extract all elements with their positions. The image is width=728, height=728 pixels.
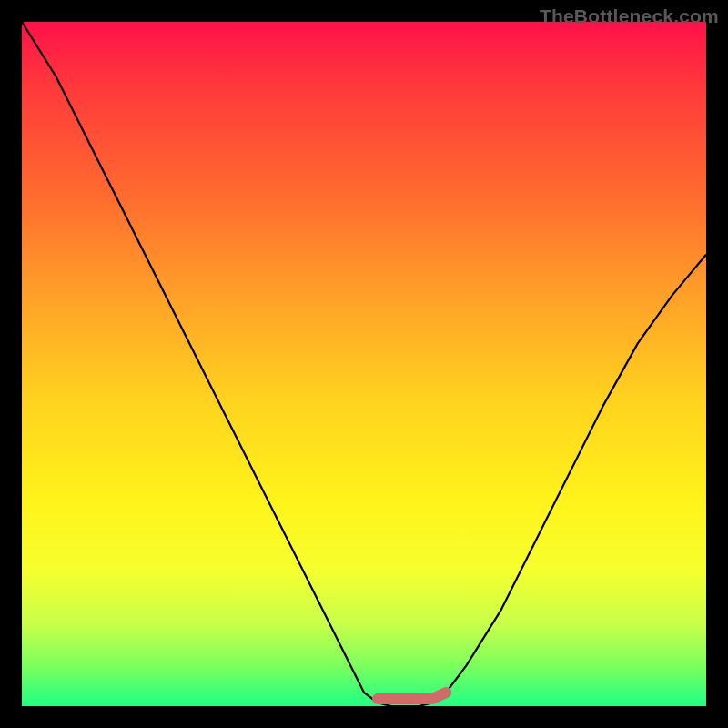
highlight-segment	[378, 693, 446, 699]
watermark-text: TheBottleneck.com	[540, 5, 719, 27]
chart-frame: TheBottleneck.com	[0, 0, 728, 728]
curve-svg	[22, 22, 706, 706]
plot-area	[22, 22, 706, 706]
bottleneck-curve	[22, 22, 706, 706]
